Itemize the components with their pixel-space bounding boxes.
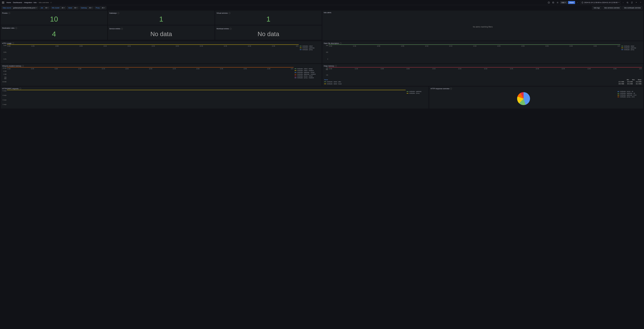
time-range-text: 2024-01-24 11:50:00 to 2024-01-24 12:50:…: [584, 2, 618, 4]
var-gateway[interactable]: Gateway All: [80, 6, 94, 10]
panel-open-file-descriptors[interactable]: Open file descriptorsi 2001000 11:5011:5…: [322, 41, 643, 63]
breadcrumb: Home› Dashboards› Integration - Istio› I…: [6, 1, 52, 4]
info-icon[interactable]: i: [15, 27, 17, 29]
legend: minikube - istiod minikube - gateway min…: [621, 45, 642, 62]
var-job[interactable]: Job All: [40, 6, 50, 10]
pie-chart: [517, 92, 530, 105]
info-icon[interactable]: i: [335, 65, 337, 67]
breadcrumb-integration[interactable]: Integration - Istio: [24, 2, 36, 4]
topbar: Home› Dashboards› Integration - Istio› I…: [0, 0, 644, 5]
panel-gateways[interactable]: Gatewaysi 1: [108, 11, 214, 25]
info-icon[interactable]: i: [118, 12, 119, 14]
table-row[interactable]: minikube - istiod - alloc22.3 MiB28.5 Mi…: [324, 81, 642, 83]
var-proxy[interactable]: Proxy All: [94, 6, 106, 10]
breadcrumb-dashboards[interactable]: Dashboards: [13, 2, 22, 4]
panel-proxies[interactable]: Proxiesi 10: [1, 11, 107, 25]
info-icon[interactable]: i: [12, 43, 14, 44]
stat-value: No data: [150, 31, 172, 38]
y-axis: 0.8%0.6%0.4%: [6, 45, 11, 60]
legend: minikube - istiod - virtual minikube - i…: [294, 67, 320, 85]
legend: minikube - gateway minikube - proxy: [406, 90, 427, 108]
var-istiod[interactable]: Istiod All: [67, 6, 78, 10]
stat-value: 1: [159, 15, 163, 23]
settings-gear-icon[interactable]: [556, 1, 560, 5]
time-prev-icon[interactable]: ‹: [576, 1, 580, 5]
panel-heap-memory[interactable]: Heap memoryi 128 MiB0 B 11:5011:5512:001…: [322, 64, 643, 86]
alerts-empty-text: No alerts matching filters: [324, 14, 642, 40]
x-axis: 11:5011:5512:0012:0512:1012:1512:2012:25…: [328, 68, 642, 70]
var-k8s-cluster[interactable]: K8s cluster All: [50, 6, 66, 10]
info-icon[interactable]: i: [121, 28, 123, 30]
info-icon[interactable]: i: [340, 43, 342, 44]
variable-toolbar: Data source grafanacloud-keithschmitty-p…: [0, 5, 644, 11]
panel-virtual-resident-memory[interactable]: Virtual & resident memoryi 16 GiB4 GiB1 …: [1, 64, 322, 86]
panel-vcpu-usage[interactable]: vCPU usagei 0.8%0.6%0.4% 11:5011:5512:00…: [1, 41, 322, 63]
breadcrumb-home[interactable]: Home: [6, 2, 11, 4]
panel-istio-alerts[interactable]: Istio alerts No alerts matching filters: [322, 11, 643, 41]
y-axis: 128 MiB0 B: [328, 67, 333, 76]
panel-workload-entries[interactable]: Workload entriesi No data: [215, 26, 322, 40]
svg-point-5: [557, 2, 558, 3]
time-range-picker[interactable]: 2024-01-24 11:50:00 to 2024-01-24 12:50:…: [580, 1, 621, 4]
svg-rect-3: [552, 2, 554, 3]
panel-service-entries[interactable]: Service entriesi No data: [108, 26, 214, 40]
link-istio-workloads[interactable]: Istio workloads overview: [622, 6, 642, 10]
collapse-icon[interactable]: ^: [639, 1, 642, 5]
x-axis: 11:5011:5512:0012:0512:1012:1512:2012:25…: [7, 68, 294, 70]
panel-virtual-services[interactable]: Virtual servicesi 1: [215, 11, 322, 25]
info-icon[interactable]: i: [22, 65, 24, 67]
info-icon[interactable]: [547, 1, 550, 5]
var-datasource[interactable]: Data source grafanacloud-keithschmitty-p…: [2, 6, 38, 10]
share-button[interactable]: Share: [568, 1, 575, 4]
info-icon[interactable]: i: [8, 12, 10, 14]
x-axis: 11:5011:5512:0012:0512:1012:1512:2012:25…: [7, 45, 299, 47]
refresh-icon[interactable]: [630, 1, 634, 5]
legend: minikube - proxy - ok minikube - gateway…: [618, 90, 642, 108]
breadcrumb-current: Istio overview: [39, 2, 49, 4]
x-axis: 11:5011:5512:0012:0512:1012:1512:2012:25…: [328, 45, 620, 47]
refresh-interval-icon[interactable]: [634, 1, 638, 5]
heap-legend-table: NameMinMaxMean minikube - istiod - alloc…: [324, 79, 642, 85]
link-istio-logs[interactable]: Istio logs: [592, 6, 602, 10]
panel-add-icon[interactable]: [552, 1, 555, 5]
y-axis: 5 req/s4 req/s3 req/s2 req/s: [6, 90, 11, 105]
link-istio-services[interactable]: Istio services overview: [602, 6, 621, 10]
stat-value: No data: [258, 31, 279, 38]
stat-value: 1: [266, 15, 270, 23]
info-icon[interactable]: i: [230, 28, 232, 30]
panel-http-response-overview[interactable]: HTTP response overviewi minikube - proxy…: [429, 87, 643, 109]
menu-toggle[interactable]: [2, 1, 5, 4]
y-axis: 16 GiB4 GiB1 GiB256 MiB64 MiB: [6, 67, 11, 83]
table-row[interactable]: minikube - istiod - inuse30.8 MiB34.2 Mi…: [324, 83, 642, 85]
zoom-out-icon[interactable]: [626, 1, 629, 5]
stat-value: 10: [50, 15, 58, 23]
time-next-icon[interactable]: ›: [621, 1, 625, 5]
panel-http-grpc-requests[interactable]: HTTP/GRPC requestsi 5 req/s4 req/s3 req/…: [1, 87, 428, 109]
svg-line-9: [628, 3, 628, 3]
stat-value: 4: [52, 30, 56, 38]
info-icon[interactable]: i: [450, 88, 452, 90]
favorite-star-icon[interactable]: ☆: [50, 1, 52, 4]
legend: minikube - istiod minikube - gateway min…: [300, 45, 320, 62]
add-button[interactable]: Add: [560, 1, 567, 4]
info-icon[interactable]: i: [228, 12, 230, 14]
y-axis: 2001000: [328, 45, 333, 60]
info-icon[interactable]: i: [20, 88, 21, 90]
panel-destination-rules[interactable]: Destination rulesi 4: [1, 26, 107, 40]
